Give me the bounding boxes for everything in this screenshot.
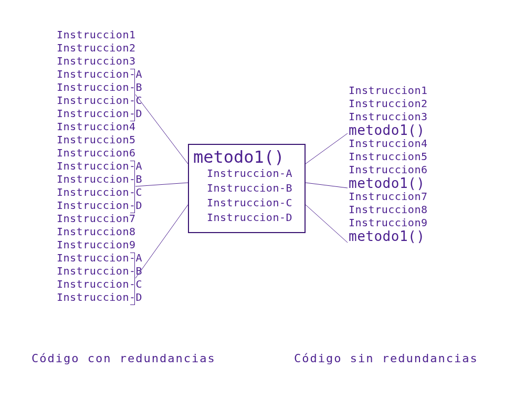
code-line: Instruccion-C: [57, 278, 142, 291]
code-line: Instruccion7: [57, 212, 142, 225]
method-body: Instruccion-AInstruccion-BInstruccion-CI…: [193, 166, 297, 225]
method-title: metodo1(): [193, 148, 297, 166]
method-call: metodo1(): [349, 176, 428, 190]
method-body-line: Instruccion-A: [193, 166, 297, 181]
left-caption: Código con redundancias: [32, 352, 216, 365]
code-line: Instruccion-B: [57, 173, 142, 186]
code-line: Instruccion3: [57, 55, 142, 68]
method-box: metodo1() Instruccion-AInstruccion-BInst…: [188, 144, 306, 233]
code-line: Instruccion1: [349, 84, 428, 97]
svg-line-5: [306, 205, 348, 243]
code-line: Instruccion-C: [57, 94, 142, 107]
code-line: Instruccion6: [349, 163, 428, 176]
code-line: Instruccion-A: [57, 68, 142, 81]
method-body-line: Instruccion-D: [193, 210, 297, 225]
method-call: metodo1(): [349, 229, 428, 243]
svg-line-3: [306, 133, 348, 164]
code-line: Instruccion9: [349, 216, 428, 229]
code-line: Instruccion-D: [57, 199, 142, 212]
svg-line-0: [135, 94, 188, 164]
code-line: Instruccion-B: [57, 81, 142, 94]
code-line: Instruccion2: [349, 97, 428, 110]
code-line: Instruccion2: [57, 41, 142, 55]
code-line: Instruccion6: [57, 146, 142, 160]
method-body-line: Instruccion-B: [193, 181, 297, 195]
code-line: Instruccion5: [349, 150, 428, 163]
code-line: Instruccion-D: [57, 291, 142, 304]
svg-line-2: [135, 205, 188, 278]
bracket-icon: [130, 253, 135, 305]
diagram-stage: Instruccion1Instruccion2Instruccion3Inst…: [0, 0, 525, 420]
code-line: Instruccion5: [57, 133, 142, 146]
code-line: Instruccion-A: [57, 251, 142, 265]
code-line: Instruccion4: [57, 120, 142, 133]
code-line: Instruccion-C: [57, 186, 142, 199]
right-code-column: Instruccion1Instruccion2Instruccion3meto…: [349, 84, 428, 243]
code-line: Instruccion8: [57, 225, 142, 238]
svg-line-4: [306, 183, 348, 188]
bracket-icon: [130, 69, 135, 121]
code-line: Instruccion-A: [57, 160, 142, 173]
code-line: Instruccion9: [57, 238, 142, 251]
code-line: Instruccion8: [349, 203, 428, 216]
code-line: Instruccion-D: [57, 107, 142, 120]
code-line: Instruccion4: [349, 137, 428, 150]
code-line: Instruccion7: [349, 190, 428, 203]
method-body-line: Instruccion-C: [193, 195, 297, 210]
method-call: metodo1(): [349, 123, 428, 137]
bracket-icon: [130, 161, 135, 213]
code-line: Instruccion-B: [57, 265, 142, 278]
code-line: Instruccion1: [57, 28, 142, 41]
code-line: Instruccion3: [349, 110, 428, 123]
svg-line-1: [135, 183, 188, 186]
right-caption: Código sin redundancias: [294, 352, 478, 365]
left-code-column: Instruccion1Instruccion2Instruccion3Inst…: [57, 28, 142, 304]
